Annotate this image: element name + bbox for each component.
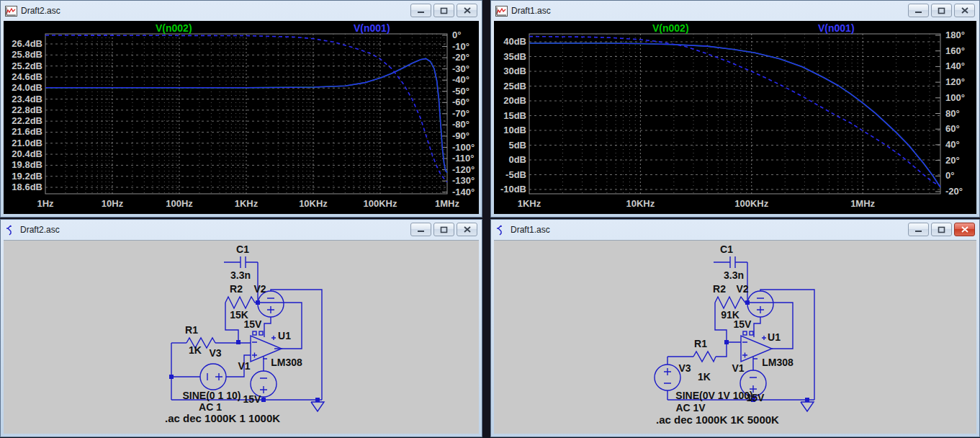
schematic-canvas-draft2[interactable] — [4, 240, 479, 434]
legend-V(n001)[interactable]: V(n001) — [354, 22, 390, 34]
window-title: Draft1.asc — [511, 225, 550, 235]
restore-button[interactable] — [433, 223, 454, 236]
plot-canvas-draft2[interactable] — [4, 21, 479, 214]
titlebar-plot-draft2[interactable]: Draft2.asc — [1, 1, 482, 21]
schematic-icon — [5, 224, 17, 236]
window-schematic-draft1: Draft1.asc — [490, 219, 980, 437]
minimize-button[interactable] — [410, 223, 431, 236]
close-button[interactable] — [457, 223, 477, 236]
window-title: Draft2.asc — [20, 225, 60, 235]
legend-V(n002)[interactable]: V(n002) — [652, 22, 689, 34]
minimize-button[interactable] — [908, 223, 929, 236]
restore-button[interactable] — [931, 4, 952, 17]
window-plot-draft2: Draft2.asc 26.4dB25.8dB25.2dB24.6dB24.0d… — [0, 0, 482, 218]
titlebar-schematic-draft1[interactable]: Draft1.asc — [491, 220, 979, 240]
titlebar-schematic-draft2[interactable]: Draft2.asc — [1, 220, 482, 240]
close-button[interactable] — [457, 4, 477, 17]
restore-button[interactable] — [931, 223, 952, 236]
titlebar-plot-draft1[interactable]: Draft1.asc — [491, 1, 979, 21]
plot-canvas-draft1[interactable] — [494, 21, 976, 214]
schematic-canvas-draft1[interactable] — [494, 240, 976, 434]
minimize-button[interactable] — [410, 4, 431, 17]
window-title: Draft2.asc — [21, 6, 60, 16]
close-button[interactable] — [954, 223, 975, 236]
waveform-icon — [495, 6, 508, 17]
close-button[interactable] — [954, 4, 975, 17]
waveform-icon — [5, 6, 17, 17]
schematic-icon — [495, 224, 507, 236]
legend-V(n001)[interactable]: V(n001) — [818, 22, 855, 34]
legend-V(n002)[interactable]: V(n002) — [156, 22, 192, 34]
minimize-button[interactable] — [908, 4, 929, 17]
window-plot-draft1: Draft1.asc 40dB35dB30dB25dB20dB15dB10dB5… — [490, 0, 980, 218]
ltspice-mdi-workspace: Draft2.asc 26.4dB25.8dB25.2dB24.6dB24.0d… — [0, 0, 980, 438]
window-title: Draft1.asc — [511, 6, 551, 16]
window-schematic-draft2: Draft2.asc — [0, 219, 482, 437]
restore-button[interactable] — [433, 4, 454, 17]
